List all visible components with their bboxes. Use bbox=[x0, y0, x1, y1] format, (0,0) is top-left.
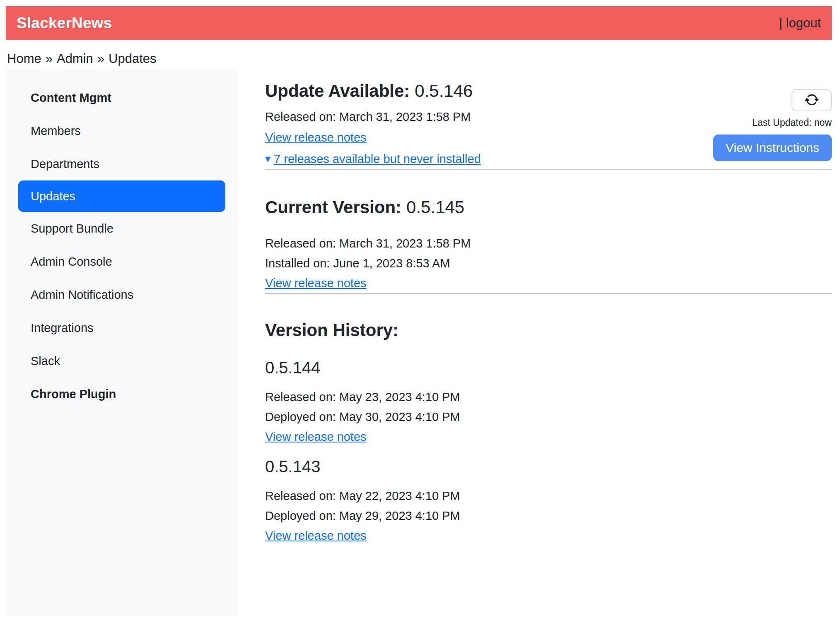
history-released-on: Released on: May 23, 2023 4:10 PM bbox=[265, 387, 832, 407]
version-history-section: Version History: 0.5.144 Released on: Ma… bbox=[265, 320, 832, 546]
history-entry-meta: Released on: May 23, 2023 4:10 PM Deploy… bbox=[265, 387, 832, 447]
history-version-number: 0.5.143 bbox=[265, 457, 832, 476]
top-bar: SlackerNews | logout bbox=[6, 6, 832, 40]
sidebar-item-members[interactable]: Members bbox=[6, 114, 238, 147]
updates-main: Update Available:0.5.146 Released on: Ma… bbox=[238, 69, 832, 562]
history-release-notes-link[interactable]: View release notes bbox=[265, 526, 367, 546]
last-updated-text: Last Updated: now bbox=[752, 117, 832, 128]
update-available-label: Update Available: bbox=[265, 81, 410, 101]
refresh-button[interactable] bbox=[792, 89, 832, 111]
history-released-on: Released on: May 22, 2023 4:10 PM bbox=[265, 486, 832, 506]
refresh-icon bbox=[805, 93, 819, 108]
history-entry-meta: Released on: May 22, 2023 4:10 PM Deploy… bbox=[265, 486, 832, 546]
update-released-on: Released on: March 31, 2023 1:58 PM bbox=[265, 107, 481, 127]
current-version-section: Current Version:0.5.145 Released on: Mar… bbox=[265, 197, 832, 293]
version-history-heading: Version History: bbox=[265, 320, 832, 340]
breadcrumb-home[interactable]: Home bbox=[7, 51, 41, 66]
view-instructions-button[interactable]: View Instructions bbox=[713, 135, 832, 161]
breadcrumb-separator: » bbox=[97, 51, 104, 66]
expand-releases-link[interactable]: ▾7 releases available but never installe… bbox=[265, 149, 481, 169]
history-deployed-on: Deployed on: May 30, 2023 4:10 PM bbox=[265, 407, 832, 427]
admin-sidebar: Content Mgmt Members Departments Updates… bbox=[6, 69, 238, 617]
page: SlackerNews | logout Home»Admin»Updates … bbox=[6, 6, 832, 617]
current-release-notes-link[interactable]: View release notes bbox=[265, 273, 367, 293]
current-version-label: Current Version: bbox=[265, 197, 401, 217]
section-divider bbox=[265, 293, 832, 294]
update-release-notes-link[interactable]: View release notes bbox=[265, 127, 367, 147]
brand-title[interactable]: SlackerNews bbox=[17, 14, 112, 32]
breadcrumb-admin[interactable]: Admin bbox=[57, 51, 93, 66]
current-version-meta: Released on: March 31, 2023 1:58 PM Inst… bbox=[265, 233, 832, 293]
sidebar-item-content-mgmt[interactable]: Content Mgmt bbox=[6, 81, 238, 114]
breadcrumb: Home»Admin»Updates bbox=[7, 51, 832, 66]
update-available-heading: Update Available:0.5.146 bbox=[265, 81, 481, 101]
sidebar-item-slack[interactable]: Slack bbox=[6, 344, 238, 377]
current-version-number: 0.5.145 bbox=[406, 197, 464, 217]
caret-down-icon: ▾ bbox=[265, 149, 270, 168]
current-released-on: Released on: March 31, 2023 1:58 PM bbox=[265, 233, 832, 253]
expand-releases-label: 7 releases available but never installed bbox=[274, 152, 481, 166]
sidebar-item-integrations[interactable]: Integrations bbox=[6, 311, 238, 344]
section-divider bbox=[265, 169, 832, 170]
history-deployed-on: Deployed on: May 29, 2023 4:10 PM bbox=[265, 506, 832, 526]
version-history-entry: 0.5.144 Released on: May 23, 2023 4:10 P… bbox=[265, 358, 832, 447]
expand-releases-row: ▾7 releases available but never installe… bbox=[265, 149, 481, 169]
sidebar-item-support-bundle[interactable]: Support Bundle bbox=[6, 212, 238, 245]
content-row: Content Mgmt Members Departments Updates… bbox=[6, 69, 832, 617]
update-available-section: Update Available:0.5.146 Released on: Ma… bbox=[265, 81, 832, 169]
breadcrumb-updates: Updates bbox=[109, 51, 156, 66]
update-available-info: Update Available:0.5.146 Released on: Ma… bbox=[265, 81, 481, 169]
breadcrumb-separator: » bbox=[46, 51, 53, 66]
update-available-version: 0.5.146 bbox=[415, 81, 473, 101]
update-utility-column: Last Updated: now View Instructions bbox=[713, 81, 832, 169]
sidebar-item-departments[interactable]: Departments bbox=[6, 147, 238, 180]
sidebar-item-updates[interactable]: Updates bbox=[18, 180, 225, 212]
sidebar-item-admin-notifications[interactable]: Admin Notifications bbox=[6, 278, 238, 311]
logout-link[interactable]: | logout bbox=[779, 16, 821, 31]
history-release-notes-link[interactable]: View release notes bbox=[265, 427, 367, 447]
history-version-number: 0.5.144 bbox=[265, 358, 832, 377]
current-version-heading: Current Version:0.5.145 bbox=[265, 197, 832, 217]
sidebar-item-admin-console[interactable]: Admin Console bbox=[6, 245, 238, 278]
current-installed-on: Installed on: June 1, 2023 8:53 AM bbox=[265, 253, 832, 273]
version-history-entry: 0.5.143 Released on: May 22, 2023 4:10 P… bbox=[265, 457, 832, 546]
sidebar-item-chrome-plugin[interactable]: Chrome Plugin bbox=[6, 377, 238, 411]
